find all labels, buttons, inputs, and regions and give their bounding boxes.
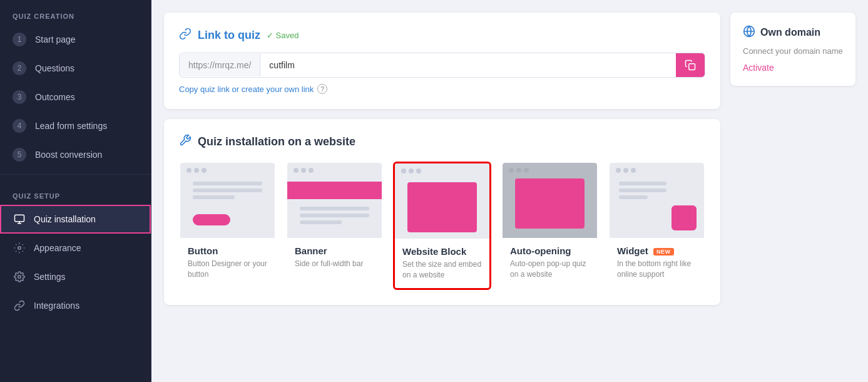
button-preview-pink — [193, 214, 230, 225]
option-website-block-desc: Set the size and embed on a website — [395, 259, 489, 281]
step-num-5: 5 — [13, 148, 26, 162]
step-num-4: 4 — [13, 119, 26, 133]
sidebar-label-appearance: Appearance — [34, 243, 81, 253]
svg-point-2 — [18, 276, 21, 279]
option-widget-desc: In the bottom right like online support — [610, 259, 704, 280]
step-num-3: 3 — [13, 90, 26, 104]
sidebar-label-questions: Questions — [35, 63, 74, 73]
button-preview-lines — [193, 182, 262, 199]
sidebar-item-lead-form[interactable]: 4 Lead form settings — [0, 111, 151, 140]
own-domain-title: Own domain — [760, 27, 820, 38]
saved-badge: ✓ Saved — [267, 31, 299, 40]
banner-bar — [287, 182, 382, 199]
sidebar: QUIZ CREATION 1 Start page 2 Questions 3… — [0, 0, 151, 382]
sidebar-label-outcomes: Outcomes — [35, 92, 75, 102]
center-panel: Link to quiz ✓ Saved https://mrqz.me/ Co… — [164, 13, 720, 369]
option-website-block[interactable]: Website Block Set the size and embed on … — [393, 162, 491, 290]
sidebar-label-settings: Settings — [34, 272, 66, 282]
svg-rect-0 — [15, 215, 24, 222]
quiz-setup-label: QUIZ SETUP — [0, 180, 151, 205]
quiz-installation-card: Quiz installation on a website — [164, 119, 720, 305]
option-auto-opening[interactable]: Auto-opening Auto-open pop-up quiz on a … — [501, 162, 598, 290]
wrench-icon — [179, 134, 191, 149]
sidebar-item-appearance[interactable]: Appearance — [0, 234, 151, 262]
link-prefix: https://mrqz.me/ — [180, 54, 260, 76]
copy-button[interactable] — [676, 53, 705, 77]
own-domain-header: Own domain — [743, 25, 843, 40]
option-banner[interactable]: Banner Side or full-width bar — [286, 162, 383, 290]
sidebar-item-integrations[interactable]: Integrations — [0, 291, 151, 320]
link-help: Copy quiz link or create your own link ? — [179, 84, 705, 94]
option-banner-name: Banner — [287, 245, 382, 256]
question-icon: ? — [317, 84, 327, 94]
integrations-icon — [13, 299, 26, 312]
option-website-block-name: Website Block — [395, 246, 489, 257]
preview-dots-banner — [294, 168, 314, 173]
install-options: Button Button Designer or your button — [179, 162, 705, 290]
preview-dots-button — [186, 168, 207, 173]
sidebar-label-quiz-installation: Quiz installation — [34, 214, 96, 224]
banner-preview-box — [287, 163, 382, 238]
option-auto-opening-desc: Auto-open pop-up quiz on a website — [503, 259, 597, 280]
widget-bubble — [671, 205, 697, 230]
option-button-desc: Button Designer or your button — [180, 259, 275, 280]
settings-icon — [13, 270, 26, 284]
sidebar-divider — [0, 174, 151, 175]
sidebar-item-boost[interactable]: 5 Boost conversion — [0, 140, 151, 169]
website-block-preview — [407, 182, 477, 232]
option-button-name: Button — [180, 245, 275, 256]
link-icon — [179, 28, 191, 43]
copy-quiz-link[interactable]: Copy quiz link or create your own link — [179, 85, 314, 94]
link-to-quiz-card: Link to quiz ✓ Saved https://mrqz.me/ Co… — [164, 13, 720, 109]
option-auto-opening-name: Auto-opening — [503, 245, 597, 256]
svg-point-1 — [18, 247, 21, 250]
option-widget[interactable]: Widget NEW In the bottom right like onli… — [608, 162, 705, 290]
link-input[interactable] — [260, 54, 676, 76]
svg-rect-3 — [689, 64, 695, 70]
step-num-2: 2 — [13, 61, 26, 75]
step-num-1: 1 — [13, 33, 26, 46]
preview-dots-website-block — [401, 168, 421, 173]
option-widget-name: Widget NEW — [610, 245, 704, 256]
sidebar-item-start-page[interactable]: 1 Start page — [0, 25, 151, 54]
option-banner-desc: Side or full-width bar — [287, 259, 382, 269]
activate-link[interactable]: Activate — [743, 63, 774, 73]
button-preview-box — [180, 163, 275, 238]
auto-opening-preview-box — [503, 163, 597, 238]
widget-preview-lines — [619, 182, 666, 199]
sidebar-item-settings[interactable]: Settings — [0, 262, 151, 291]
own-domain-card: Own domain Connect your domain name Acti… — [730, 13, 855, 86]
preview-dots-widget — [616, 168, 636, 173]
own-domain-subtitle: Connect your domain name — [743, 46, 843, 56]
sidebar-label-integrations: Integrations — [34, 301, 79, 311]
sidebar-label-start-page: Start page — [35, 34, 76, 44]
globe-icon — [743, 25, 755, 40]
widget-preview-box — [610, 163, 704, 238]
install-title: Quiz installation on a website — [198, 135, 355, 148]
option-button[interactable]: Button Button Designer or your button — [179, 162, 276, 290]
link-input-row: https://mrqz.me/ — [179, 53, 705, 78]
appearance-icon — [13, 241, 26, 255]
sidebar-label-lead-form: Lead form settings — [35, 121, 107, 131]
new-badge: NEW — [653, 248, 674, 256]
sidebar-item-questions[interactable]: 2 Questions — [0, 54, 151, 83]
auto-open-popup — [515, 178, 585, 229]
website-block-preview-box — [395, 163, 489, 239]
right-panel: Own domain Connect your domain name Acti… — [730, 13, 855, 369]
link-card-header: Link to quiz ✓ Saved — [179, 28, 705, 43]
quiz-creation-label: QUIZ CREATION — [0, 0, 151, 25]
install-header: Quiz installation on a website — [179, 134, 705, 149]
link-card-title: Link to quiz — [198, 29, 260, 42]
sidebar-item-quiz-installation[interactable]: Quiz installation — [0, 205, 151, 234]
content-area: Link to quiz ✓ Saved https://mrqz.me/ Co… — [151, 0, 868, 382]
sidebar-item-outcomes[interactable]: 3 Outcomes — [0, 83, 151, 111]
monitor-icon — [13, 212, 26, 226]
banner-lines — [300, 207, 369, 224]
sidebar-label-boost: Boost conversion — [35, 150, 102, 160]
